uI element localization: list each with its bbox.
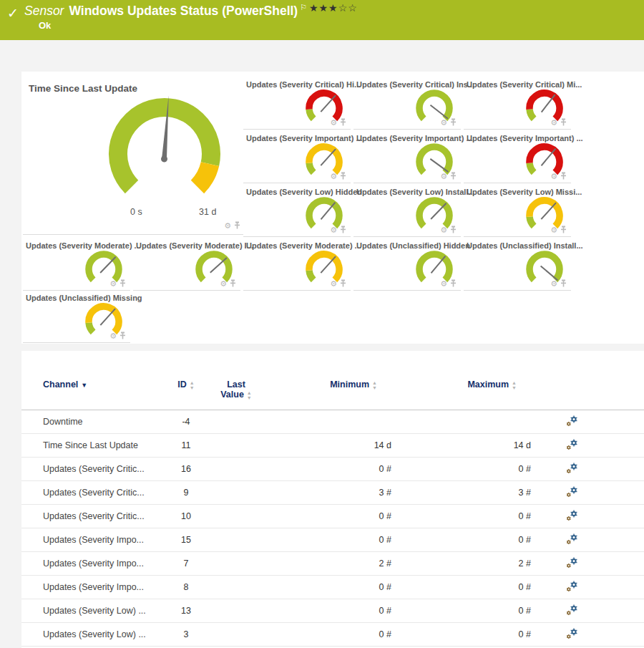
gauge-needle <box>541 203 556 219</box>
gear-icon[interactable]: ⚙ <box>109 332 117 340</box>
channel-settings-button[interactable] <box>566 439 578 453</box>
pin-icon <box>340 279 346 287</box>
gear-icon[interactable]: ⚙ <box>550 280 557 288</box>
table-row: Updates (Severity Impo... 15 0 # 0 # <box>21 528 644 552</box>
gear-icon[interactable]: ⚙ <box>220 280 227 288</box>
sort-desc-icon[interactable]: ▼ <box>81 382 87 389</box>
small-gauge-card[interactable]: Updates (Severity Moderate) ... ⚙ <box>243 238 351 291</box>
pin-icon[interactable] <box>119 278 126 289</box>
gear-icon[interactable]: ⚙ <box>440 119 447 127</box>
priority-flag-icon[interactable]: ⚐ <box>300 3 307 11</box>
small-gauge-card[interactable]: Updates (Unclassified) Hidden ⚙ <box>353 238 461 291</box>
pin-icon[interactable] <box>450 170 457 182</box>
channel-settings-button[interactable] <box>566 581 578 594</box>
gear-icon[interactable]: ⚙ <box>330 280 337 288</box>
card-divider <box>353 183 461 183</box>
pin-icon <box>560 118 567 126</box>
gauge-max-label: 31 d <box>199 207 216 217</box>
rating-stars[interactable]: ★★★☆☆ <box>309 2 358 14</box>
cell-maximum: 3 # <box>397 488 537 498</box>
channel-settings-button[interactable] <box>566 486 578 500</box>
pin-icon[interactable] <box>340 117 346 128</box>
column-header-last-value[interactable]: LastValue▲▼ <box>208 379 265 400</box>
gear-icon[interactable]: ⚙ <box>550 173 557 180</box>
pin-icon[interactable] <box>450 278 457 289</box>
pin-icon <box>450 118 457 126</box>
column-header-maximum[interactable]: Maximum▲▼ <box>397 379 537 390</box>
pin-icon <box>234 221 240 229</box>
pin-icon[interactable] <box>340 278 346 289</box>
pin-icon[interactable] <box>450 224 457 236</box>
sort-icon[interactable]: ▲▼ <box>512 380 517 390</box>
cell-id: 13 <box>165 606 208 616</box>
gauge-min-label: 0 s <box>130 207 142 217</box>
column-header-minimum[interactable]: Minimum▲▼ <box>265 379 397 390</box>
status-check-icon: ✓ <box>7 5 19 21</box>
gauge-chart[interactable] <box>100 91 229 205</box>
channel-settings-button[interactable] <box>566 533 578 547</box>
cell-id: 16 <box>165 464 208 474</box>
gear-icon[interactable]: ⚙ <box>109 280 117 288</box>
channel-settings-button[interactable] <box>566 510 578 523</box>
gear-icon[interactable]: ⚙ <box>330 119 337 127</box>
small-gauge-card[interactable]: Updates (Severity Critical) Mi... ⚙ <box>464 77 571 130</box>
card-divider <box>464 183 571 183</box>
gear-icon[interactable]: ⚙ <box>440 226 447 234</box>
pin-icon[interactable] <box>340 170 346 182</box>
sort-icon[interactable]: ▲▼ <box>190 380 195 390</box>
small-gauge-card[interactable]: Updates (Severity Critical) Hi... ⚙ <box>243 77 351 130</box>
small-gauge-title: Updates (Severity Important) ... <box>356 134 473 142</box>
column-header-id[interactable]: ID▲▼ <box>165 379 208 390</box>
pin-icon[interactable] <box>119 330 126 342</box>
small-gauge-card[interactable]: Updates (Severity Critical) Ins... ⚙ <box>353 77 461 130</box>
small-gauge-card[interactable]: Updates (Severity Moderate) I... ⚙ <box>133 238 240 291</box>
pin-icon[interactable] <box>340 224 346 236</box>
small-gauge-title: Updates (Severity Critical) Mi... <box>467 80 582 89</box>
main-gauge-card[interactable]: Time Since Last Update 0 s 31 d ⚙ <box>23 77 243 235</box>
column-header-channel[interactable]: Channel▼ <box>43 379 165 390</box>
small-gauge-card[interactable]: Updates (Severity Moderate) ... ⚙ <box>23 238 130 291</box>
sort-icon[interactable]: ▲▼ <box>372 380 377 390</box>
gear-icon[interactable]: ⚙ <box>224 222 231 230</box>
cell-channel: Updates (Severity Low) ... <box>43 629 165 639</box>
table-row: Updates (Severity Critic... 16 0 # 0 # <box>21 458 644 481</box>
small-gauge-card[interactable]: Updates (Severity Low) Missi... ⚙ <box>464 185 571 237</box>
pin-icon[interactable] <box>560 170 567 182</box>
small-gauge-card[interactable]: Updates (Severity Low) Install... ⚙ <box>353 185 461 237</box>
small-gauge-card[interactable]: Updates (Severity Important) ... ⚙ <box>464 131 571 183</box>
cell-maximum: 0 # <box>397 582 537 592</box>
pin-icon[interactable] <box>234 220 240 231</box>
small-gauge-title: Updates (Severity Moderate) I... <box>136 241 253 250</box>
channel-settings-button[interactable] <box>566 604 578 618</box>
channel-settings-button[interactable] <box>566 628 578 642</box>
gear-icon[interactable]: ⚙ <box>440 280 447 288</box>
gear-icon[interactable]: ⚙ <box>330 226 337 234</box>
small-gauge-title: Updates (Severity Important) ... <box>467 134 583 142</box>
pin-icon[interactable] <box>450 117 457 128</box>
pin-icon[interactable] <box>560 224 567 236</box>
channel-settings-icon <box>566 463 578 474</box>
pin-icon[interactable] <box>230 278 236 289</box>
gear-icon[interactable]: ⚙ <box>550 119 557 127</box>
sort-icon[interactable]: ▲▼ <box>247 390 252 400</box>
small-gauge-card[interactable]: Updates (Unclassified) Install... ⚙ <box>464 238 571 291</box>
gear-icon[interactable]: ⚙ <box>440 173 447 180</box>
sensor-title: Windows Updates Status (PowerShell) <box>69 4 298 18</box>
gauge-needle <box>431 256 446 274</box>
channel-settings-button[interactable] <box>566 557 578 571</box>
small-gauge-card[interactable]: Updates (Severity Important) ... ⚙ <box>353 131 461 183</box>
channel-settings-button[interactable] <box>566 463 578 476</box>
channel-settings-button[interactable] <box>566 415 578 429</box>
pin-icon[interactable] <box>560 278 567 289</box>
gear-icon[interactable]: ⚙ <box>330 173 337 180</box>
cell-channel: Updates (Severity Critic... <box>43 464 165 474</box>
small-gauge-card[interactable]: Updates (Severity Low) Hidden ⚙ <box>243 185 351 237</box>
small-gauge-title: Updates (Severity Moderate) ... <box>26 241 141 250</box>
small-gauge-card[interactable]: Updates (Unclassified) Missing ⚙ <box>23 291 130 343</box>
small-gauge-title: Updates (Severity Moderate) ... <box>246 241 361 250</box>
pin-icon[interactable] <box>560 117 567 128</box>
channel-settings-icon <box>566 581 578 592</box>
gear-icon[interactable]: ⚙ <box>550 226 557 234</box>
small-gauge-card[interactable]: Updates (Severity Important) ... ⚙ <box>243 131 351 183</box>
gauge-needle <box>321 149 336 165</box>
